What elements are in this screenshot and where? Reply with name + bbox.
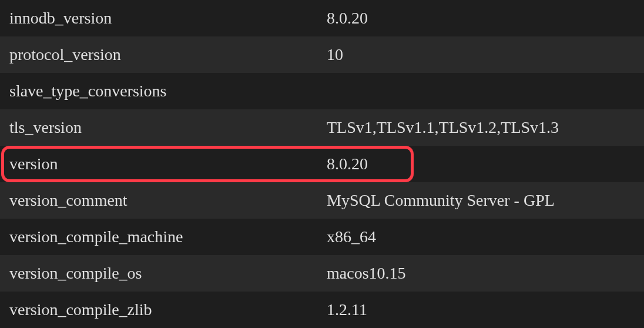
- table-row[interactable]: version_comment MySQL Community Server -…: [0, 182, 644, 219]
- variable-value: TLSv1,TLSv1.1,TLSv1.2,TLSv1.3: [327, 118, 635, 137]
- table-row[interactable]: version_compile_os macos10.15: [0, 255, 644, 292]
- variable-name: protocol_version: [9, 45, 327, 64]
- variable-value: 8.0.20: [327, 155, 635, 173]
- variable-name: innodb_version: [9, 9, 327, 28]
- table-row[interactable]: version_compile_zlib 1.2.11: [0, 292, 644, 328]
- variable-name: version_comment: [9, 191, 327, 210]
- table-row[interactable]: protocol_version 10: [0, 36, 644, 73]
- variable-name: version_compile_zlib: [9, 300, 327, 319]
- variable-value: 10: [327, 45, 635, 64]
- variable-value: MySQL Community Server - GPL: [327, 191, 635, 210]
- variable-name: version: [9, 155, 327, 173]
- variable-name: slave_type_conversions: [9, 82, 327, 101]
- table-row[interactable]: version 8.0.20: [0, 146, 644, 182]
- variable-value: 8.0.20: [327, 9, 635, 28]
- variables-table: innodb_version 8.0.20 protocol_version 1…: [0, 0, 644, 328]
- variable-value: 1.2.11: [327, 300, 635, 319]
- table-row[interactable]: version_compile_machine x86_64: [0, 219, 644, 255]
- variable-value: macos10.15: [327, 264, 635, 283]
- variable-value: x86_64: [327, 227, 635, 246]
- table-row[interactable]: innodb_version 8.0.20: [0, 0, 644, 36]
- variable-name: version_compile_machine: [9, 227, 327, 246]
- variable-name: tls_version: [9, 118, 327, 137]
- table-row[interactable]: slave_type_conversions: [0, 73, 644, 109]
- variable-name: version_compile_os: [9, 264, 327, 283]
- table-row[interactable]: tls_version TLSv1,TLSv1.1,TLSv1.2,TLSv1.…: [0, 109, 644, 146]
